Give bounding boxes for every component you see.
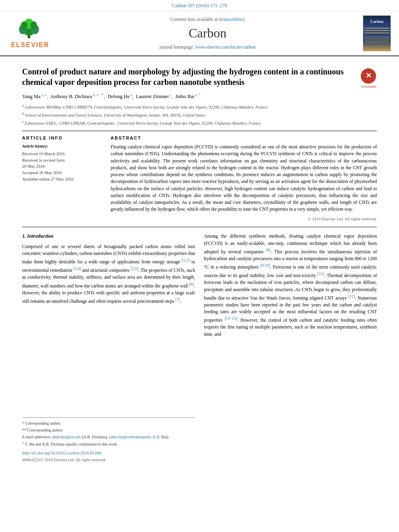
author-1: Yang Ma <box>22 94 41 99</box>
sciencedirect-line: Contents lists available at ScienceDirec… <box>56 16 359 23</box>
elsevier-tree-icon <box>10 17 50 40</box>
ref-9-10[interactable]: [9,10] <box>260 263 270 267</box>
doi-line: http://dx.doi.org/10.1016/j.carbon.2016.… <box>22 450 195 456</box>
affiliation-b: b School of Environmental and Forest Sci… <box>22 111 377 118</box>
journal-header: ELSEVIER Contents lists available at Sci… <box>0 11 399 56</box>
article-history-label: Article history: <box>22 144 103 150</box>
svg-point-6 <box>31 21 37 29</box>
body-right-text: Among the different synthesis methods, f… <box>204 233 377 338</box>
body-section: 1. Introduction Comprised of one or seve… <box>22 233 377 463</box>
authors-line: Yang Ma a, 1, Anthony B. Dichiara b, 1, … <box>22 92 377 101</box>
article-info-header: ARTICLE INFO <box>22 135 103 141</box>
affiliations: a Laboratoire MSSMat, CNRS UMR8579, Cent… <box>22 103 377 127</box>
author-2: Anthony B. Dichiara <box>50 94 93 99</box>
body-col-left: 1. Introduction Comprised of one or seve… <box>22 233 195 463</box>
footnote-corresponding-1: * Corresponding author. <box>22 420 195 426</box>
history-received: Received 19 March 2016 <box>22 151 103 157</box>
elsevier-brand-label: ELSEVIER <box>11 41 49 49</box>
abstract-text: Floating catalyst chemical vapor deposit… <box>111 144 377 213</box>
ref-1-2[interactable]: [1,2] <box>182 258 189 262</box>
homepage-link[interactable]: www.elsevier.com/locate/carbon <box>195 45 255 49</box>
email-abdichia[interactable]: abdichia@uw.edu <box>52 435 81 439</box>
history-revised-label: Received in revised form <box>22 157 103 164</box>
journal-center-header: Contents lists available at ScienceDirec… <box>56 16 359 50</box>
article-title-section: ✕ CrossMark Control of product nature an… <box>22 66 377 87</box>
article-title: Control of product nature and morphology… <box>22 66 352 87</box>
article-info-abstract-section: ARTICLE INFO Article history: Received 1… <box>22 135 377 222</box>
svg-point-5 <box>21 21 27 29</box>
body-left-text: Comprised of one or several sheets of he… <box>22 243 195 305</box>
footnote-equal-contrib: 1 Y. Ma and A.B. Dichiara equally contri… <box>22 441 195 447</box>
main-content: ✕ CrossMark Control of product nature an… <box>0 56 399 471</box>
elsevier-logo: ELSEVIER <box>8 17 52 49</box>
issn-line: 0008-6223/© 2016 Elsevier Ltd. All right… <box>22 457 195 463</box>
abstract-header: ABSTRACT <box>111 135 377 141</box>
email-jinbo[interactable]: jinbo.bai@centralesupelec.fr <box>109 435 155 439</box>
ref-13-15[interactable]: [13–15] <box>224 316 237 320</box>
ref-3-4[interactable]: [3,4] <box>73 266 81 271</box>
ref-7[interactable]: [7] <box>175 297 180 302</box>
journal-citation: Carbon 107 (2016) 171–179 <box>172 3 227 8</box>
ref-6[interactable]: [6] <box>189 282 194 286</box>
ref-8[interactable]: [8] <box>266 248 271 252</box>
ref-12[interactable]: [12] <box>348 294 355 298</box>
history-online: Available online 27 May 2016 <box>22 176 103 183</box>
author-4: Laurent Zimmer <box>136 94 169 99</box>
ref-11[interactable]: [11] <box>318 271 324 276</box>
body-col-right: Among the different synthesis methods, f… <box>204 233 377 463</box>
author-3: Delong He <box>108 94 130 99</box>
sciencedirect-link[interactable]: ScienceDirect <box>219 17 245 22</box>
body-divider <box>22 227 377 227</box>
ref-2-5[interactable]: [2,5] <box>131 266 138 271</box>
affiliation-a: a Laboratoire MSSMat, CNRS UMR8579, Cent… <box>22 103 377 110</box>
footnote-corresponding-2: ** Corresponding author. <box>22 427 195 433</box>
copyright-line: © 2016 Elsevier Ltd. All rights reserved… <box>111 216 377 222</box>
journal-thumb-title: Carbon <box>370 19 384 25</box>
crossmark-badge[interactable]: ✕ CrossMark <box>361 68 377 89</box>
footnote-area: * Corresponding author. ** Corresponding… <box>22 417 195 447</box>
journal-name: Carbon <box>56 24 359 42</box>
section-1-title: 1. Introduction <box>22 233 195 240</box>
crossmark-label: CrossMark <box>361 84 377 89</box>
journal-thumbnail: Carbon <box>363 15 391 51</box>
abstract-panel: ABSTRACT Floating catalyst chemical vapo… <box>111 135 377 222</box>
author-5: Jinbo Bai <box>175 94 195 99</box>
history-accepted: Accepted 26 May 2016 <box>22 170 103 176</box>
journal-citation-bar: Carbon 107 (2016) 171–179 <box>0 0 399 11</box>
crossmark-icon: ✕ <box>361 68 376 84</box>
affiliation-c: c Laboratoire EM2C, CNRS UPR288, Central… <box>22 119 377 126</box>
section-divider-top <box>22 131 377 131</box>
footnote-email: E-mail addresses: abdichia@uw.edu (A.B. … <box>22 434 195 440</box>
history-revised-date: 20 May 2016 <box>22 163 103 170</box>
homepage-line: journal homepage: www.elsevier.com/locat… <box>56 44 359 50</box>
article-info-panel: ARTICLE INFO Article history: Received 1… <box>22 135 103 222</box>
doi-link[interactable]: http://dx.doi.org/10.1016/j.carbon.2016.… <box>22 451 101 455</box>
